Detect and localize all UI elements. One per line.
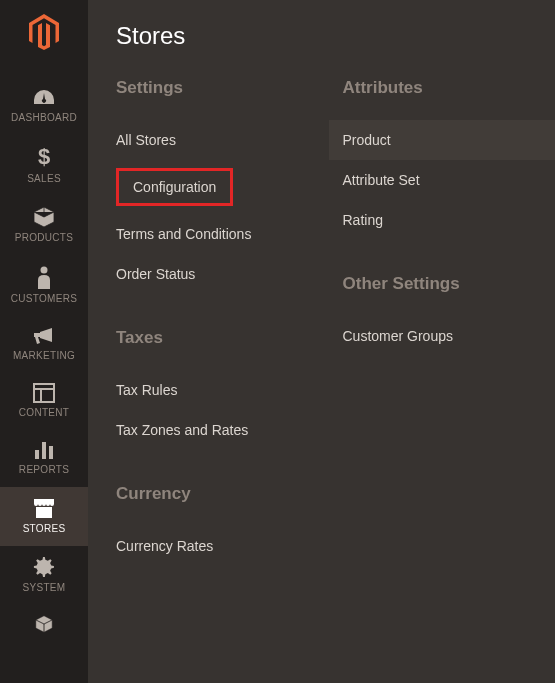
person-icon xyxy=(36,265,52,289)
link-customer-groups[interactable]: Customer Groups xyxy=(343,316,528,356)
link-order-status[interactable]: Order Status xyxy=(116,254,301,294)
sidebar-item-dashboard[interactable]: DASHBOARD xyxy=(0,78,88,135)
left-column: Settings All Stores Configuration Terms … xyxy=(88,78,329,600)
sidebar-item-label: CUSTOMERS xyxy=(11,293,77,304)
sidebar-item-label: SALES xyxy=(27,173,61,184)
dollar-icon: $ xyxy=(37,145,51,169)
sidebar-item-sales[interactable]: $ SALES xyxy=(0,135,88,196)
svg-rect-2 xyxy=(34,384,54,402)
sidebar-item-customers[interactable]: CUSTOMERS xyxy=(0,255,88,316)
sidebar-item-marketing[interactable]: MARKETING xyxy=(0,316,88,373)
sidebar-item-label: CONTENT xyxy=(19,407,69,418)
sidebar-item-reports[interactable]: REPORTS xyxy=(0,430,88,487)
sidebar-item-stores[interactable]: STORES xyxy=(0,487,88,546)
section-heading: Settings xyxy=(116,78,301,98)
sidebar-item-label: REPORTS xyxy=(19,464,69,475)
storefront-icon xyxy=(32,497,56,519)
megaphone-icon xyxy=(32,326,56,346)
section-currency: Currency Currency Rates xyxy=(116,484,301,566)
sidebar-item-label: SYSTEM xyxy=(23,582,66,593)
cube-icon xyxy=(32,615,56,633)
sidebar-item-label: PRODUCTS xyxy=(15,232,74,243)
svg-point-1 xyxy=(41,267,48,274)
panel-columns: Settings All Stores Configuration Terms … xyxy=(88,78,555,600)
link-configuration[interactable]: Configuration xyxy=(116,168,233,206)
dashboard-icon xyxy=(32,88,56,108)
stores-panel: Stores Settings All Stores Configuration… xyxy=(88,0,555,683)
admin-sidebar: DASHBOARD $ SALES PRODUCTS CUSTOMERS MAR… xyxy=(0,0,88,683)
sidebar-item-system[interactable]: SYSTEM xyxy=(0,546,88,605)
sidebar-item-products[interactable]: PRODUCTS xyxy=(0,196,88,255)
link-terms-and-conditions[interactable]: Terms and Conditions xyxy=(116,214,301,254)
layout-icon xyxy=(33,383,55,403)
section-heading: Attributes xyxy=(343,78,528,98)
section-attributes: Attributes Product Attribute Set Rating xyxy=(343,78,528,240)
sidebar-item-extensions[interactable] xyxy=(0,605,88,637)
link-tax-rules[interactable]: Tax Rules xyxy=(116,370,301,410)
svg-rect-6 xyxy=(42,442,46,459)
sidebar-item-label: DASHBOARD xyxy=(11,112,77,123)
link-product[interactable]: Product xyxy=(329,120,556,160)
section-taxes: Taxes Tax Rules Tax Zones and Rates xyxy=(116,328,301,450)
panel-title: Stores xyxy=(88,22,555,78)
link-all-stores[interactable]: All Stores xyxy=(116,120,301,160)
sidebar-item-content[interactable]: CONTENT xyxy=(0,373,88,430)
gear-icon xyxy=(33,556,55,578)
section-settings: Settings All Stores Configuration Terms … xyxy=(116,78,301,294)
sidebar-item-label: STORES xyxy=(23,523,66,534)
section-heading: Taxes xyxy=(116,328,301,348)
right-column: Attributes Product Attribute Set Rating … xyxy=(329,78,556,600)
svg-rect-7 xyxy=(49,446,53,459)
link-rating[interactable]: Rating xyxy=(343,200,528,240)
bars-icon xyxy=(33,440,55,460)
section-other-settings: Other Settings Customer Groups xyxy=(343,274,528,356)
link-tax-zones-and-rates[interactable]: Tax Zones and Rates xyxy=(116,410,301,450)
sidebar-item-label: MARKETING xyxy=(13,350,75,361)
link-currency-rates[interactable]: Currency Rates xyxy=(116,526,301,566)
magento-logo[interactable] xyxy=(28,14,60,50)
svg-rect-5 xyxy=(35,450,39,459)
svg-text:$: $ xyxy=(38,145,50,169)
link-attribute-set[interactable]: Attribute Set xyxy=(343,160,528,200)
section-heading: Other Settings xyxy=(343,274,528,294)
section-heading: Currency xyxy=(116,484,301,504)
box-icon xyxy=(32,206,56,228)
